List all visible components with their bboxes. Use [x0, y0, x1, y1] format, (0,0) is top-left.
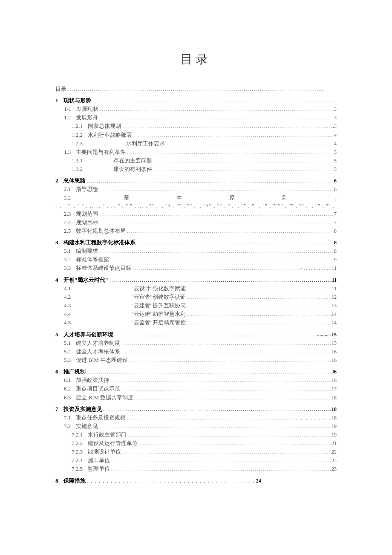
toc-page: J6 [331, 368, 337, 375]
toc-label: "云设计"强化数字赋能 [76, 285, 186, 292]
toc-label: 总体思路 [63, 177, 86, 185]
toc-page: 6 [334, 177, 337, 184]
toc-number: 7.2.2 [72, 439, 88, 447]
toc-entry: 4.3"云建管"提升互联协同..........................… [64, 302, 337, 309]
toc-number: 1.2.3 [72, 140, 88, 147]
toc-number: 5.3 [64, 356, 76, 364]
toc-entry: 1.2.2水利行业战略部署...........................… [72, 131, 337, 139]
toc-page: - . . . . . . . . . . . 11 [300, 265, 337, 272]
toc-entry: 4.2"云审查"创建数字认证..........................… [64, 293, 337, 301]
toc-entry: 2.1指导思想.................................… [64, 185, 337, 193]
toc-entry: 目录......................................… [55, 85, 337, 93]
toc-leader-dots: ........................................… [110, 466, 331, 472]
toc-entry: 1.3主要问题与有利条件............................… [64, 148, 337, 156]
toc-leader-dots: . . . . . . . . . . . . . . . . . . . . … [86, 478, 256, 484]
toc-number: 8 [55, 477, 63, 485]
toc-label: 保障措施 [63, 477, 86, 485]
toc-label: "云建管"提升互联协同 [76, 302, 186, 309]
toc-number: 4.2 [64, 293, 76, 301]
toc-number: 2.2 [64, 194, 76, 202]
toc-entry: 4.5"云监管"开启精席管控..........................… [64, 319, 337, 327]
toc-label: 水行政主管部门 [88, 431, 127, 439]
toc-page: 8 [334, 239, 337, 246]
toc-entry: 5.1建立人才培养制度.............................… [64, 339, 337, 347]
toc-number: 1.2.1 [72, 122, 88, 130]
toc-page: 17 [331, 385, 337, 392]
toc-leader-dots: ........................................… [186, 294, 331, 301]
toc-entry: 6.3建立 BIM 数据共享制度........................… [64, 394, 337, 402]
toc-entry: 3.1编制要求.................................… [64, 247, 337, 255]
toc-page: 24 [256, 477, 261, 484]
toc-label: 建设的有利条件 [88, 165, 152, 173]
toc-entry: 2.2基本原则, [64, 194, 337, 202]
toc-label: 建设及运行管理单位 [88, 439, 138, 447]
toc-number: 6.3 [64, 394, 76, 402]
toc-label: 加强政策扶持 [76, 376, 109, 384]
toc-number: 6.2 [64, 385, 76, 393]
toc-leader-dots: ........................................… [128, 357, 331, 364]
toc-label: 监理单位 [88, 465, 110, 473]
toc-number: 1.3 [64, 148, 76, 156]
toc-entry: 1.2发展形舟.................................… [64, 114, 337, 121]
toc-leader-dots: ........................................… [131, 265, 300, 272]
toc-number: 5.2 [64, 348, 76, 356]
toc-leader-dots: ........................................… [152, 166, 334, 173]
toc-number: 7.2.1 [72, 431, 88, 439]
toc-entry: 1.3.1存在的主要问题............................… [72, 157, 337, 165]
toc-page: 23 [331, 457, 337, 464]
toc-number: 6 [55, 368, 63, 376]
toc-label: 开创"蜀水云时代" [63, 276, 108, 284]
toc-number: 1.2.2 [72, 131, 88, 139]
toc-label: 存在的主要问题 [88, 157, 152, 165]
toc-label: 标准体系框架 [76, 256, 109, 263]
toc-leader-dots: ........................................… [126, 149, 334, 156]
toc-page: 8 [334, 248, 337, 254]
toc-page: 3 [334, 106, 337, 113]
toc-leader-dots: ........................................… [98, 186, 334, 193]
toc-page: 3 [334, 114, 337, 121]
toc-number: 4 [55, 276, 63, 284]
toc-leader-dots: ........................................… [152, 158, 334, 164]
toc-label: 主要问题与有利条件 [76, 148, 126, 156]
toc-number: 2.4 [64, 219, 76, 226]
toc-entry: 6.2重点项目试点示范.............................… [64, 385, 337, 393]
toc-leader-dots: ........................................… [138, 440, 331, 447]
toc-entry: 3.2标准体系框架...............................… [64, 256, 337, 263]
toc-number: 3.2 [64, 256, 76, 263]
toc-entry: 6.1加强政策扶持...............................… [64, 376, 337, 384]
toc-entry: 7.2.3勘测设计单位.............................… [72, 448, 337, 456]
toc-entry: 1现状与形势..................................… [55, 97, 337, 104]
toc-label: 推广机制 [63, 368, 86, 376]
toc-page: ..3 [331, 123, 337, 130]
toc-page: 5 [334, 166, 337, 173]
toc-label: 发展现状 [76, 105, 98, 113]
toc-page: 4 [334, 132, 337, 139]
toc-entry: 4.1"云设计"强化数字赋能..........................… [64, 285, 337, 292]
toc-leader-dots: ........................................… [86, 178, 334, 184]
toc-page: 11 [332, 277, 337, 283]
toc-page: 14 [331, 319, 337, 326]
toc-page: 16 [331, 357, 337, 364]
toc-leader-dots: ........................................… [98, 211, 334, 217]
garbled-line: "，" " ，" "，…… "，.．"，" "，…，""，，"+，""，""，，… [55, 202, 337, 209]
toc-entry: 7.2.4施工单位...............................… [72, 457, 337, 464]
toc-leader-dots: ........................................… [126, 228, 334, 234]
toc-leader-dots: ........................................… [98, 248, 334, 254]
toc-leader-dots: ........................................… [110, 457, 331, 464]
toc-number: 3.1 [64, 247, 76, 255]
toc-leader-dots: ........................................… [91, 98, 337, 104]
toc-entry: 8保障措施. . . . . . . . . . . . . . . . . .… [55, 477, 337, 485]
toc-leader-dots: ........................................… [120, 340, 331, 347]
toc-label-seg: , [335, 194, 337, 202]
toc-entry: 2总体思路...................................… [55, 177, 337, 185]
toc-leader-dots: ........................................… [132, 132, 334, 139]
toc-entry: 7.2.1水行政主管部门............................… [72, 431, 337, 439]
toc-label-seg: 基 [124, 194, 129, 202]
toc-number: 3 [55, 239, 63, 246]
toc-number: 7.2 [64, 422, 76, 430]
toc-leader-dots: ........................................… [165, 141, 334, 147]
toc-number: 1-1 [64, 105, 76, 113]
toc-label: "云运维"助推智慧水利 [76, 310, 186, 318]
toc-label: 施工单位 [88, 457, 110, 464]
toc-page: 9 [334, 256, 337, 263]
